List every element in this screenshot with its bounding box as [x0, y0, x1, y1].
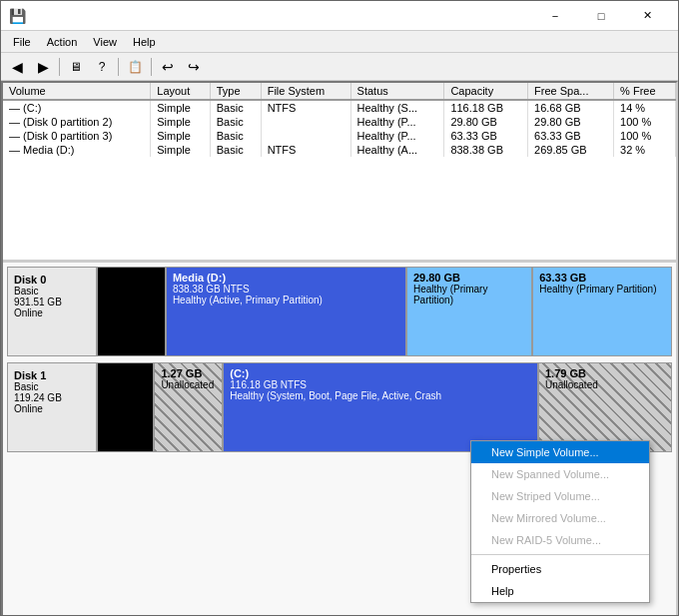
toolbar-separator-1: [59, 58, 60, 76]
table-row[interactable]: — (Disk 0 partition 2)SimpleBasicHealthy…: [3, 115, 676, 129]
disk-segment-1-0[interactable]: [98, 363, 155, 451]
table-cell: 116.18 GB: [444, 100, 528, 115]
segment-sub2: Healthy (Primary Partition): [539, 284, 665, 295]
segment-sub1: 116.18 GB NTFS: [230, 379, 531, 390]
table-cell: 63.33 GB: [528, 129, 614, 143]
volume-table: Volume Layout Type File System Status Ca…: [3, 83, 676, 157]
table-cell: [261, 115, 350, 129]
context-menu: New Simple Volume...New Spanned Volume..…: [470, 440, 650, 603]
table-cell: Simple: [151, 143, 210, 157]
col-capacity[interactable]: Capacity: [444, 83, 528, 100]
table-cell: Basic: [210, 100, 261, 115]
table-cell: Simple: [151, 115, 210, 129]
table-cell: 100 %: [614, 115, 676, 129]
volume-table-body: — (C:)SimpleBasicNTFSHealthy (S...116.18…: [3, 100, 676, 157]
table-cell: Healthy (P...: [350, 129, 444, 143]
close-button[interactable]: ✕: [624, 1, 670, 31]
context-menu-separator: [471, 554, 649, 555]
minimize-button[interactable]: −: [532, 1, 578, 31]
table-header-row: Volume Layout Type File System Status Ca…: [3, 83, 676, 100]
disk-segment-0-1[interactable]: Media (D:)838.38 GB NTFSHealthy (Active,…: [167, 268, 407, 355]
table-cell: 32 %: [614, 143, 676, 157]
maximize-button[interactable]: □: [578, 1, 624, 31]
segment-title: 29.80 GB: [413, 272, 525, 284]
undo-button[interactable]: ↩: [156, 56, 180, 78]
segment-sub2: Healthy (Active, Primary Partition): [173, 295, 399, 306]
context-menu-item-2: New Striped Volume...: [471, 485, 649, 507]
segment-title: 1.27 GB: [161, 367, 216, 379]
help-button[interactable]: ?: [90, 56, 114, 78]
disk-segment-0-3[interactable]: 63.33 GBHealthy (Primary Partition): [533, 268, 671, 355]
menu-file[interactable]: File: [5, 34, 39, 50]
disk-segment-1-3[interactable]: 1.79 GBUnallocated: [539, 363, 671, 451]
menu-bar: File Action View Help: [1, 31, 678, 53]
toolbar: ◀ ▶ 🖥 ? 📋 ↩ ↪: [1, 53, 678, 81]
table-row[interactable]: — (C:)SimpleBasicNTFSHealthy (S...116.18…: [3, 100, 676, 115]
table-cell: Basic: [210, 129, 261, 143]
col-pctfree[interactable]: % Free: [614, 83, 676, 100]
context-menu-item-7[interactable]: Help: [471, 580, 649, 602]
col-volume[interactable]: Volume: [3, 83, 151, 100]
table-cell: 29.80 GB: [528, 115, 614, 129]
table-cell: 14 %: [614, 100, 676, 115]
table-cell: 838.38 GB: [444, 143, 528, 157]
title-bar: 💾 − □ ✕: [1, 1, 678, 31]
segment-title: 63.33 GB: [539, 272, 665, 284]
disk-segments-1: 1.27 GBUnallocated(C:)116.18 GB NTFSHeal…: [98, 363, 671, 451]
disk-segment-1-1[interactable]: 1.27 GBUnallocated: [155, 363, 224, 451]
table-cell: [261, 129, 350, 143]
segment-title: (C:): [230, 367, 531, 379]
context-menu-item-4: New RAID-5 Volume...: [471, 529, 649, 551]
disk-segment-0-0[interactable]: [98, 268, 167, 355]
context-menu-item-3: New Mirrored Volume...: [471, 507, 649, 529]
disk-label-0: Disk 0Basic931.51 GBOnline: [8, 268, 98, 355]
segment-sub1: Unallocated: [161, 379, 216, 390]
table-cell: — (Disk 0 partition 3): [3, 129, 151, 143]
volume-list-pane: Volume Layout Type File System Status Ca…: [3, 83, 676, 263]
table-cell: 100 %: [614, 129, 676, 143]
context-menu-item-6[interactable]: Properties: [471, 558, 649, 580]
toolbar-separator-2: [118, 58, 119, 76]
table-cell: 29.80 GB: [444, 115, 528, 129]
disk-segment-0-2[interactable]: 29.80 GBHealthy (Primary Partition): [407, 268, 533, 355]
segment-sub1: Unallocated: [545, 379, 665, 390]
context-menu-item-0[interactable]: New Simple Volume...: [471, 441, 649, 463]
segment-sub2: Healthy (System, Boot, Page File, Active…: [230, 390, 531, 401]
computer-button[interactable]: 🖥: [64, 56, 88, 78]
table-row[interactable]: — Media (D:)SimpleBasicNTFSHealthy (A...…: [3, 143, 676, 157]
app-icon: 💾: [9, 8, 26, 24]
table-cell: Basic: [210, 115, 261, 129]
context-menu-item-1: New Spanned Volume...: [471, 463, 649, 485]
table-cell: NTFS: [261, 143, 350, 157]
table-cell: 16.68 GB: [528, 100, 614, 115]
col-filesystem[interactable]: File System: [261, 83, 350, 100]
table-cell: — Media (D:): [3, 143, 151, 157]
table-cell: Healthy (A...: [350, 143, 444, 157]
menu-view[interactable]: View: [85, 34, 125, 50]
table-cell: Simple: [151, 100, 210, 115]
export-button[interactable]: 📋: [123, 56, 147, 78]
segment-sub1: 838.38 GB NTFS: [173, 284, 399, 295]
col-freespace[interactable]: Free Spa...: [528, 83, 614, 100]
menu-action[interactable]: Action: [39, 34, 86, 50]
menu-help[interactable]: Help: [125, 34, 164, 50]
table-cell: NTFS: [261, 100, 350, 115]
col-layout[interactable]: Layout: [151, 83, 210, 100]
disk-segment-1-2[interactable]: (C:)116.18 GB NTFSHealthy (System, Boot,…: [224, 363, 539, 451]
table-cell: Simple: [151, 129, 210, 143]
redo-button[interactable]: ↪: [182, 56, 206, 78]
toolbar-separator-3: [151, 58, 152, 76]
disk-segments-0: Media (D:)838.38 GB NTFSHealthy (Active,…: [98, 268, 671, 355]
main-window: 💾 − □ ✕ File Action View Help ◀ ▶ 🖥 ? 📋 …: [0, 0, 679, 616]
col-status[interactable]: Status: [350, 83, 444, 100]
segment-sub2: Healthy (Primary Partition): [413, 284, 525, 306]
forward-button[interactable]: ▶: [31, 56, 55, 78]
table-cell: Healthy (P...: [350, 115, 444, 129]
col-type[interactable]: Type: [210, 83, 261, 100]
table-row[interactable]: — (Disk 0 partition 3)SimpleBasicHealthy…: [3, 129, 676, 143]
table-cell: Basic: [210, 143, 261, 157]
disk-row-1: Disk 1Basic119.24 GBOnline1.27 GBUnalloc…: [7, 362, 672, 452]
disk-row-0: Disk 0Basic931.51 GBOnlineMedia (D:)838.…: [7, 267, 672, 356]
back-button[interactable]: ◀: [5, 56, 29, 78]
table-cell: — (Disk 0 partition 2): [3, 115, 151, 129]
